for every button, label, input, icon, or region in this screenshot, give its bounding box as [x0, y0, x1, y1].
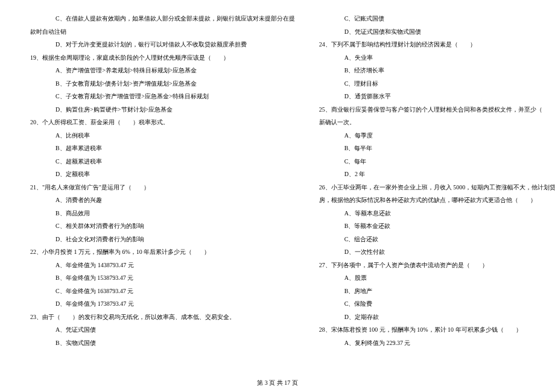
text-line: D、定额税率	[30, 168, 295, 181]
text-line: A、比例税率	[30, 129, 295, 142]
text-line: B、实物式国债	[30, 337, 295, 350]
page-footer: 第 3 页 共 17 页	[0, 379, 555, 387]
text-line: B、超率累进税率	[30, 142, 295, 155]
text-line: C、每年	[319, 155, 555, 168]
text-line: 19、根据生命周期理论，家庭成长阶段的个人理财优先顺序应该是（ ）	[30, 51, 295, 65]
text-line: D、社会文化对消费者行为的影响	[30, 233, 295, 246]
text-line: 22、小华月投资 1 万元，报酬率为 6%，10 年后累计多少元（ ）	[30, 245, 295, 259]
text-line: D、一次性付款	[319, 245, 555, 259]
text-line: C、记账式国债	[319, 12, 555, 25]
text-line: 25、商业银行应妥善保管与客户签订的个人理财相关合同和各类授权文件，并至少（ ）…	[319, 103, 555, 116]
text-line: A、失业率	[319, 51, 555, 65]
text-line: C、理财目标	[319, 77, 555, 90]
text-line: 21、"用名人来做宣传广告"是运用了（ ）	[30, 181, 295, 194]
text-line: 20、个人所得税工资、薪金采用（ ）税率形式。	[30, 116, 295, 129]
left-column: C、在借款人提款有效期内，如果借款人部分或全部未提款，则银行就应该对未提部分在提…	[30, 12, 295, 349]
text-line: C、子女教育规划>资产增值管理>应急基金>特殊目标规划	[30, 90, 295, 103]
text-line: D、购置住房>购置硬件>节财计划>应急基金	[30, 103, 295, 116]
text-line: D、对于允许变更提款计划的，银行可以对借款人不收取贷款额度承担费	[30, 38, 295, 51]
text-line: 房，根据他的实际情况和各种还款方式的优缺点，哪种还款方式更适合他（ ）	[319, 194, 555, 207]
text-line: C、保险费	[319, 297, 555, 311]
text-line: 23、由于（ ）的发行和交易均无纸化，所以效率高、成本低、交易安全。	[30, 311, 295, 324]
text-line: A、复利终值为 229.37 元	[319, 337, 555, 350]
text-line: D、2 年	[319, 168, 555, 181]
text-line: A、资产增值管理>养老规划>特殊目标规划>应急基金	[30, 64, 295, 77]
text-line: B、子女教育规划>债务计划>资产增值规划>应急基金	[30, 77, 295, 90]
text-line: A、凭证式国债	[30, 323, 295, 337]
text-line: 27、下列各项中，属于个人资产负债表中流动资产的是（ ）	[319, 259, 555, 272]
text-line: C、年金终值为 1638793.47 元	[30, 285, 295, 298]
text-line: D、年金终值为 1738793.47 元	[30, 297, 295, 311]
text-line: A、消费者的兴趣	[30, 194, 295, 207]
text-line: 26、小王毕业两年，在一家外资企业上班，月收入 5000，短期内工资涨幅不大，他…	[319, 181, 555, 194]
text-line: 款时自动注销	[30, 25, 295, 39]
text-line: 新确认一次。	[319, 116, 555, 129]
text-line: B、年金终值为 1538793.47 元	[30, 271, 295, 285]
text-line: B、经济增长率	[319, 64, 555, 77]
text-line: B、商品效用	[30, 207, 295, 220]
text-line: C、在借款人提款有效期内，如果借款人部分或全部未提款，则银行就应该对未提部分在提	[30, 12, 295, 25]
text-line: A、股票	[319, 271, 555, 285]
text-line: A、年金终值为 1438793.47 元	[30, 259, 295, 272]
text-line: D、凭证式国债和实物式国债	[319, 25, 555, 39]
text-line: C、组合还款	[319, 233, 555, 246]
text-line: A、等额本息还款	[319, 207, 555, 220]
text-line: C、超额累进税率	[30, 155, 295, 168]
text-line: B、房地产	[319, 285, 555, 298]
text-line: D、通货膨胀水平	[319, 90, 555, 103]
text-line: C、相关群体对消费者行为的影响	[30, 220, 295, 233]
text-line: A、每季度	[319, 129, 555, 142]
text-line: B、每半年	[319, 142, 555, 155]
text-line: 24、下列不属于影响结构性理财计划的经济因素是（ ）	[319, 38, 555, 51]
text-line: B、等额本金还款	[319, 220, 555, 233]
right-column: C、记账式国债D、凭证式国债和实物式国债24、下列不属于影响结构性理财计划的经济…	[319, 12, 555, 349]
text-line: 28、宋体陈君投资 100 元，报酬率为 10%，累计 10 年可积累多少钱（ …	[319, 323, 555, 337]
text-line: D、定期存款	[319, 311, 555, 324]
